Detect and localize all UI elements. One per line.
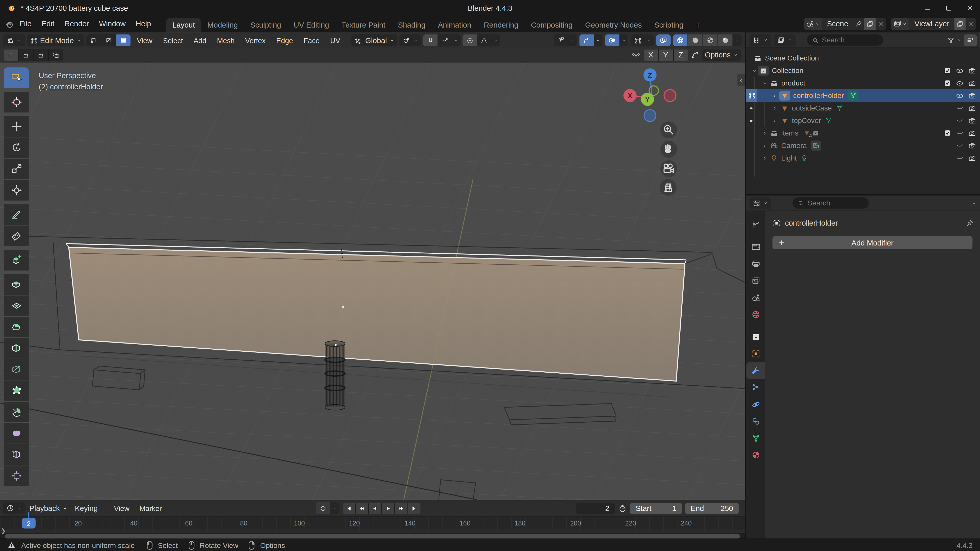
render-camera-icon[interactable] <box>968 67 976 75</box>
auto-keying-toggle[interactable] <box>315 502 330 514</box>
new-collection-button[interactable] <box>964 34 977 46</box>
tab-rendering[interactable]: Rendering <box>477 18 525 32</box>
tab-sculpting[interactable]: Sculpting <box>244 18 288 32</box>
remove-viewlayer-button[interactable] <box>966 18 977 30</box>
eye-closed-icon[interactable] <box>956 141 964 149</box>
visibility-dropdown[interactable] <box>568 38 577 43</box>
show-gizmo-toggle[interactable] <box>579 35 594 46</box>
tool-annotate[interactable] <box>4 204 29 225</box>
select-set-subtract-button[interactable] <box>34 49 48 61</box>
outliner-search-input[interactable] <box>822 36 878 44</box>
menu-mesh[interactable]: Mesh <box>213 37 239 44</box>
properties-tab-view-layer[interactable] <box>746 272 765 289</box>
outliner-row-product[interactable]: product <box>746 77 980 89</box>
checkbox-checked-icon[interactable] <box>944 67 951 74</box>
menu-playback[interactable]: Playback <box>26 502 70 514</box>
gizmo-axis-neg-x[interactable] <box>664 90 676 102</box>
expand-chevron-icon[interactable] <box>751 67 758 74</box>
proportional-edit-toggle[interactable] <box>463 35 477 46</box>
timeline-expand-arrow[interactable]: ❯ <box>0 527 6 534</box>
orthographic-toggle-button[interactable] <box>660 179 676 196</box>
shading-rendered-button[interactable] <box>718 35 732 46</box>
menu-face[interactable]: Face <box>299 37 324 44</box>
menu-timeline-view[interactable]: View <box>110 505 134 512</box>
properties-tab-object[interactable] <box>746 346 765 362</box>
tab-animation[interactable]: Animation <box>432 18 477 32</box>
snap-toggle[interactable] <box>423 35 438 46</box>
tool-shrink-fatten[interactable] <box>4 465 29 486</box>
outliner-row-collection[interactable]: Collection <box>746 64 980 77</box>
outliner-row-items[interactable]: items 4 <box>746 127 980 139</box>
mirror-z-button[interactable]: Z <box>673 49 688 61</box>
timeline-editor-type-button[interactable] <box>3 502 25 514</box>
falloff-button[interactable] <box>477 35 491 46</box>
properties-tab-world[interactable] <box>746 306 765 323</box>
editor-type-button[interactable] <box>3 35 25 46</box>
outliner-row-scene-collection[interactable]: Scene Collection <box>746 52 980 64</box>
tab-shading[interactable]: Shading <box>391 18 432 32</box>
outliner-row-light[interactable]: Light <box>746 152 980 164</box>
properties-tab-particles[interactable] <box>746 379 765 396</box>
shading-dropdown[interactable] <box>733 35 742 46</box>
properties-tab-constraints[interactable] <box>746 413 765 430</box>
mode-dropdown[interactable]: Edit Mode <box>27 35 84 46</box>
tab-scripting[interactable]: Scripting <box>648 18 689 32</box>
render-camera-icon[interactable] <box>968 92 976 100</box>
tool-tweak-select-box[interactable] <box>4 67 29 88</box>
properties-tab-modifiers[interactable] <box>746 362 765 379</box>
tool-add-cube[interactable] <box>4 250 29 270</box>
checkbox-checked-icon[interactable] <box>944 79 951 87</box>
render-camera-icon[interactable] <box>968 117 976 125</box>
pin-id-button[interactable] <box>966 219 974 227</box>
eye-closed-icon[interactable] <box>956 104 964 112</box>
menu-help[interactable]: Help <box>131 18 156 29</box>
object-visibility-button[interactable] <box>554 35 568 46</box>
tool-smooth[interactable] <box>4 423 29 443</box>
tool-move[interactable] <box>4 116 29 137</box>
outliner-display-mode-button[interactable] <box>774 34 796 46</box>
timeline-ruler[interactable]: 20 40 60 80 100 120 140 160 180 200 220 … <box>0 516 745 530</box>
scene-3d[interactable]: Z X Y <box>0 62 745 500</box>
maximize-button[interactable] <box>945 4 953 11</box>
tool-extrude-region[interactable] <box>4 274 29 295</box>
viewport-canvas[interactable]: Z X Y User Perspective (2 <box>0 62 745 500</box>
select-set-new-button[interactable] <box>4 49 18 61</box>
expand-chevron-icon[interactable] <box>761 155 768 162</box>
scrollbar-handle[interactable] <box>5 534 740 538</box>
menu-window[interactable]: Window <box>94 18 131 29</box>
tool-measure[interactable] <box>4 225 29 246</box>
battery-cylinder[interactable] <box>325 341 345 410</box>
shading-solid-button[interactable] <box>688 35 703 46</box>
tool-rotate[interactable] <box>4 138 29 158</box>
mirror-x-button[interactable]: X <box>644 49 658 61</box>
xray-toggle[interactable] <box>656 35 671 46</box>
menu-keying[interactable]: Keying <box>72 502 108 514</box>
snap-to-symmetry-button[interactable] <box>691 51 698 59</box>
navigation-gizmo[interactable]: Z X Y <box>624 68 676 121</box>
tab-layout[interactable]: Layout <box>166 18 201 32</box>
expand-chevron-icon[interactable] <box>761 79 768 87</box>
properties-tab-render[interactable] <box>746 239 765 256</box>
tool-cursor[interactable] <box>4 92 29 113</box>
properties-tab-output[interactable] <box>746 256 765 272</box>
filter-icon[interactable] <box>947 36 955 44</box>
render-camera-icon[interactable] <box>968 79 976 87</box>
jump-to-end-button[interactable] <box>408 502 421 514</box>
next-keyframe-button[interactable] <box>395 502 407 514</box>
render-camera-icon[interactable] <box>968 129 976 137</box>
frame-start-field[interactable]: Start1 <box>630 502 682 514</box>
mirror-y-button[interactable]: Y <box>659 49 673 61</box>
chevron-down-icon[interactable] <box>957 38 962 43</box>
blender-menu-icon[interactable] <box>4 19 14 29</box>
pivot-point-dropdown[interactable] <box>399 35 422 46</box>
mesh-edit-overlays-button[interactable] <box>630 35 645 46</box>
properties-editor-type-button[interactable] <box>749 197 772 209</box>
scene-browse-button[interactable] <box>804 18 822 30</box>
shading-wireframe-button[interactable] <box>673 35 687 46</box>
tool-transform[interactable] <box>4 180 29 201</box>
snap-dropdown[interactable] <box>452 38 460 43</box>
timeline-track-area[interactable] <box>0 530 745 533</box>
jump-to-start-button[interactable] <box>342 502 355 514</box>
zoom-button[interactable] <box>660 121 677 138</box>
stopwatch-icon[interactable] <box>618 504 627 513</box>
